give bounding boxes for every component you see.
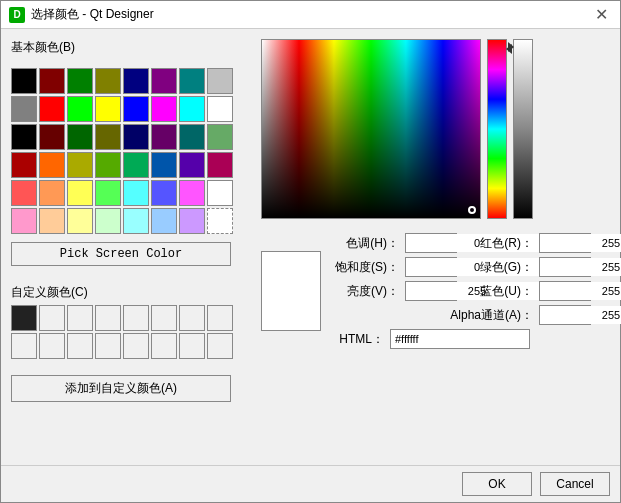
color-swatch[interactable]	[39, 124, 65, 150]
custom-swatch[interactable]	[123, 333, 149, 359]
alpha-row: Alpha通道(A)： ▲ ▼	[329, 305, 591, 325]
close-button[interactable]: ✕	[591, 7, 612, 23]
color-swatch[interactable]	[11, 68, 37, 94]
left-panel: 基本颜色(B)	[11, 39, 251, 455]
color-swatch[interactable]	[179, 124, 205, 150]
color-swatch[interactable]	[11, 96, 37, 122]
red-spinbox[interactable]: ▲ ▼	[539, 233, 591, 253]
sat-green-row: 饱和度(S)： ▲ ▼ 绿色(G)： ▲	[329, 257, 591, 277]
color-swatch[interactable]	[67, 208, 93, 234]
color-swatch[interactable]	[95, 68, 121, 94]
color-swatch[interactable]	[123, 124, 149, 150]
color-swatch[interactable]	[67, 180, 93, 206]
bright-blue-row: 亮度(V)： ▲ ▼ 蓝色(U)： ▲	[329, 281, 591, 301]
color-swatch[interactable]	[95, 180, 121, 206]
saturation-spinbox[interactable]: ▲ ▼	[405, 257, 457, 277]
custom-swatch[interactable]	[151, 333, 177, 359]
add-custom-color-button[interactable]: 添加到自定义颜色(A)	[11, 375, 231, 402]
custom-swatch[interactable]	[39, 333, 65, 359]
blue-spinbox[interactable]: ▲ ▼	[539, 281, 591, 301]
color-swatch[interactable]	[207, 208, 233, 234]
blue-input[interactable]	[540, 282, 621, 300]
color-swatch[interactable]	[179, 180, 205, 206]
color-swatch[interactable]	[179, 152, 205, 178]
color-swatch[interactable]	[95, 96, 121, 122]
color-swatch[interactable]	[67, 68, 93, 94]
window-title: 选择颜色 - Qt Designer	[31, 6, 154, 23]
bottom-bar: OK Cancel	[1, 465, 620, 502]
color-swatch[interactable]	[39, 208, 65, 234]
custom-swatch[interactable]	[179, 333, 205, 359]
cancel-button[interactable]: Cancel	[540, 472, 610, 496]
custom-colors-section: 自定义颜色(C)	[11, 284, 251, 359]
color-swatch[interactable]	[179, 208, 205, 234]
custom-swatch[interactable]	[67, 333, 93, 359]
color-swatch[interactable]	[95, 152, 121, 178]
color-swatch[interactable]	[207, 152, 233, 178]
custom-swatch[interactable]	[151, 305, 177, 331]
color-gradient[interactable]	[261, 39, 481, 219]
ok-button[interactable]: OK	[462, 472, 532, 496]
color-swatch[interactable]	[207, 96, 233, 122]
color-swatch[interactable]	[67, 152, 93, 178]
alpha-input[interactable]	[540, 306, 621, 324]
alpha-spinbox[interactable]: ▲ ▼	[539, 305, 591, 325]
color-swatch[interactable]	[39, 96, 65, 122]
color-swatch[interactable]	[123, 152, 149, 178]
custom-swatch[interactable]	[179, 305, 205, 331]
color-swatch[interactable]	[11, 152, 37, 178]
custom-colors-grid	[11, 305, 251, 359]
color-swatch[interactable]	[179, 96, 205, 122]
blue-label: 蓝色(U)：	[463, 283, 533, 300]
main-content: 基本颜色(B)	[1, 29, 620, 465]
hue-slider[interactable]	[487, 39, 507, 219]
color-swatch[interactable]	[151, 124, 177, 150]
color-swatch[interactable]	[179, 68, 205, 94]
alpha-label: Alpha通道(A)：	[413, 307, 533, 324]
custom-swatch[interactable]	[11, 305, 37, 331]
hue-spinbox[interactable]: ▲ ▼	[405, 233, 457, 253]
custom-swatch[interactable]	[207, 333, 233, 359]
color-swatch[interactable]	[11, 208, 37, 234]
color-swatch[interactable]	[207, 68, 233, 94]
color-swatch[interactable]	[123, 180, 149, 206]
color-form: 色调(H)： ▲ ▼ 红色(R)： ▲	[329, 233, 591, 349]
color-swatch[interactable]	[39, 68, 65, 94]
custom-swatch[interactable]	[95, 305, 121, 331]
color-swatch[interactable]	[67, 96, 93, 122]
html-row: HTML：	[329, 329, 591, 349]
color-swatch[interactable]	[39, 152, 65, 178]
green-input[interactable]	[540, 258, 621, 276]
pick-screen-button[interactable]: Pick Screen Color	[11, 242, 231, 266]
html-label: HTML：	[329, 331, 384, 348]
green-spinbox[interactable]: ▲ ▼	[539, 257, 591, 277]
custom-swatch[interactable]	[95, 333, 121, 359]
html-input[interactable]	[390, 329, 530, 349]
custom-swatch[interactable]	[207, 305, 233, 331]
custom-swatch[interactable]	[39, 305, 65, 331]
color-swatch[interactable]	[123, 208, 149, 234]
color-picker-area	[261, 39, 610, 219]
color-swatch[interactable]	[151, 208, 177, 234]
color-swatch[interactable]	[95, 124, 121, 150]
brightness-spinbox[interactable]: ▲ ▼	[405, 281, 457, 301]
color-swatch[interactable]	[39, 180, 65, 206]
lightness-slider[interactable]	[513, 39, 533, 219]
color-swatch[interactable]	[207, 124, 233, 150]
custom-swatch[interactable]	[123, 305, 149, 331]
color-swatch[interactable]	[123, 68, 149, 94]
color-swatch[interactable]	[207, 180, 233, 206]
color-swatch[interactable]	[123, 96, 149, 122]
color-preview	[261, 251, 321, 331]
color-swatch[interactable]	[11, 180, 37, 206]
custom-swatch[interactable]	[11, 333, 37, 359]
color-swatch[interactable]	[95, 208, 121, 234]
color-swatch[interactable]	[151, 68, 177, 94]
color-swatch[interactable]	[67, 124, 93, 150]
color-swatch[interactable]	[151, 180, 177, 206]
color-swatch[interactable]	[151, 96, 177, 122]
color-swatch[interactable]	[151, 152, 177, 178]
red-input[interactable]	[540, 234, 621, 252]
color-swatch[interactable]	[11, 124, 37, 150]
custom-swatch[interactable]	[67, 305, 93, 331]
